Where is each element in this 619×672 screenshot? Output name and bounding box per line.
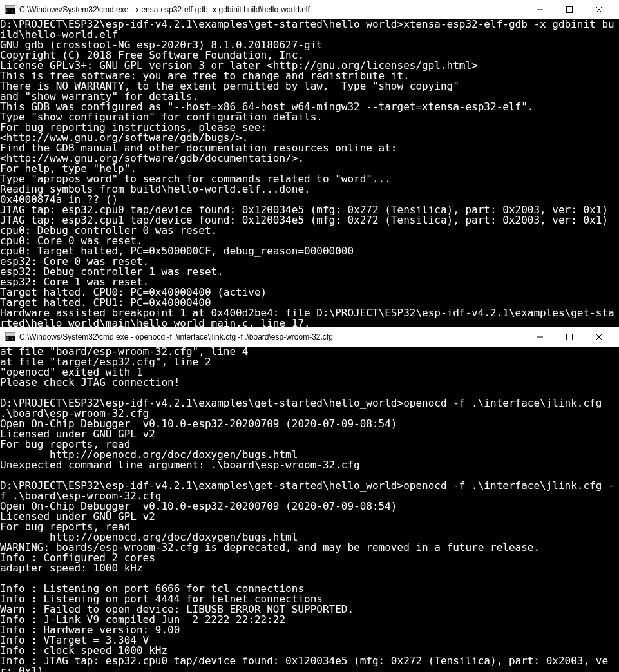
cmd-window-openocd: C:\Windows\System32\cmd.exe - openocd -f… bbox=[0, 327, 619, 672]
window-controls bbox=[525, 327, 614, 347]
close-button[interactable] bbox=[584, 0, 614, 19]
maximize-button[interactable] bbox=[555, 0, 584, 19]
cmd-icon bbox=[5, 5, 15, 14]
svg-rect-5 bbox=[567, 334, 573, 340]
cmd-icon bbox=[5, 332, 15, 341]
window-controls bbox=[525, 0, 614, 19]
terminal-output[interactable]: D:\PROJECT\ESP32\esp-idf-v4.2.1\examples… bbox=[0, 19, 619, 327]
window-title: C:\Windows\System32\cmd.exe - xtensa-esp… bbox=[19, 5, 525, 14]
terminal-output[interactable]: at file "board/esp-wroom-32.cfg", line 4… bbox=[0, 347, 619, 672]
minimize-button[interactable] bbox=[525, 327, 555, 347]
minimize-button[interactable] bbox=[525, 0, 555, 19]
close-button[interactable] bbox=[584, 327, 614, 347]
window-title: C:\Windows\System32\cmd.exe - openocd -f… bbox=[19, 332, 525, 341]
titlebar[interactable]: C:\Windows\System32\cmd.exe - openocd -f… bbox=[0, 327, 619, 347]
titlebar[interactable]: C:\Windows\System32\cmd.exe - xtensa-esp… bbox=[0, 0, 619, 19]
cmd-window-gdb: C:\Windows\System32\cmd.exe - xtensa-esp… bbox=[0, 0, 619, 327]
maximize-button[interactable] bbox=[555, 327, 584, 347]
svg-rect-1 bbox=[567, 7, 573, 13]
